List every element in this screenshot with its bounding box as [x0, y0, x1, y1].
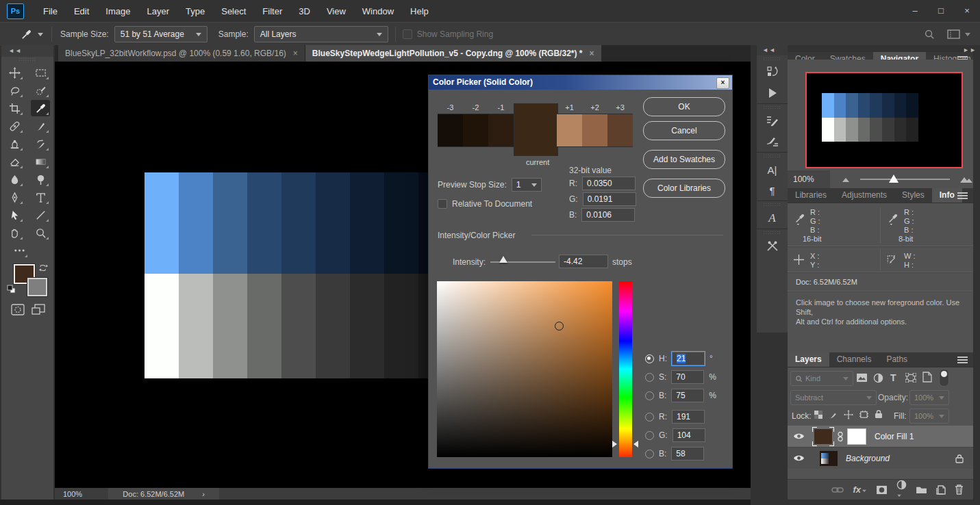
menu-item-3d[interactable]: 3D [290, 6, 318, 16]
clone-stamp-tool[interactable] [5, 135, 24, 152]
zoom-level[interactable]: 100% [63, 490, 82, 498]
h-field[interactable]: 21 [672, 352, 705, 365]
bit-depth-8[interactable]: 8-bit [899, 235, 913, 243]
r-radio[interactable] [645, 413, 654, 422]
opacity-dropdown[interactable]: 100% [909, 390, 949, 405]
hand-tool[interactable] [5, 224, 24, 241]
layer-thumbnail-background[interactable] [820, 451, 838, 466]
hue-arrow-left-icon[interactable] [612, 441, 617, 448]
dialog-title-bar[interactable]: Color Picker (Solid Color) [429, 75, 732, 90]
close-tab-icon[interactable]: × [293, 49, 298, 58]
menu-item-image[interactable]: Image [97, 6, 138, 16]
filter-pixel-layers-icon[interactable] [856, 373, 868, 383]
healing-brush-tool[interactable] [5, 118, 24, 134]
menu-item-select[interactable]: Select [213, 6, 254, 16]
edit-toolbar-ellipsis-icon[interactable] [10, 242, 29, 259]
layer-style-fx-icon[interactable]: fx [853, 484, 867, 495]
eyedropper-tool-active[interactable] [31, 100, 50, 116]
navigator-zoom-slider[interactable] [860, 179, 950, 180]
s-radio[interactable] [645, 373, 654, 382]
zoom-out-icon[interactable] [841, 176, 851, 183]
move-tool[interactable] [5, 64, 24, 81]
document-size-indicator[interactable]: Doc: 6.52M/6.52M› [108, 488, 219, 500]
color-picker-ring[interactable] [555, 322, 564, 331]
gradient-tool[interactable] [31, 153, 50, 170]
lock-transparency-icon[interactable] [814, 410, 823, 419]
filter-type-layers-icon[interactable]: T [890, 372, 896, 383]
collapse-panels-icon[interactable]: ◄◄ [757, 45, 788, 55]
intensity-field[interactable]: -4.42 [559, 255, 608, 268]
paragraph-panel-icon[interactable]: ¶ [757, 180, 788, 200]
navigator-proxy-view[interactable] [805, 72, 963, 168]
history-brush-tool[interactable] [31, 135, 50, 152]
navigator-zoom-thumb[interactable] [889, 174, 899, 183]
filter-smart-objects-icon[interactable] [922, 372, 932, 383]
document-tab-active[interactable]: BlueSkyStepWedgeLightPollution_v5 - Copy… [305, 45, 601, 62]
character-styles-panel-icon[interactable]: A [757, 208, 788, 229]
lock-position-icon[interactable] [844, 410, 853, 419]
menu-item-filter[interactable]: Filter [254, 6, 290, 16]
layer-thumbnail-color-fill[interactable] [814, 429, 832, 444]
panel-menu-icon[interactable] [957, 355, 968, 365]
blur-tool[interactable] [5, 171, 24, 187]
g32-field[interactable]: 0.0191 [583, 192, 636, 206]
menu-item-type[interactable]: Type [177, 6, 213, 16]
hue-arrow-right-icon[interactable] [633, 441, 638, 448]
blend-mode-dropdown[interactable]: Subtract [790, 390, 877, 405]
lock-all-icon[interactable] [875, 409, 883, 419]
show-sampling-ring-checkbox[interactable] [403, 29, 412, 39]
close-tab-icon[interactable]: × [589, 49, 594, 58]
fill-dropdown[interactable]: 100% [909, 409, 949, 424]
background-color-swatch[interactable] [27, 278, 47, 296]
r32-field[interactable]: 0.0350 [582, 177, 636, 190]
path-selection-tool[interactable] [5, 207, 24, 223]
sample-size-dropdown[interactable]: 51 by 51 Average [114, 26, 208, 42]
tab-adjustments[interactable]: Adjustments [834, 188, 894, 203]
collapse-tools-icon[interactable]: ◄◄ [1, 45, 53, 57]
panel-menu-icon[interactable] [957, 191, 968, 200]
new-layer-icon[interactable] [936, 485, 946, 495]
filter-shape-layers-icon[interactable] [905, 373, 916, 383]
brushes-panel-icon[interactable] [757, 131, 788, 152]
actions-panel-icon[interactable] [757, 83, 788, 103]
menu-item-help[interactable]: Help [402, 6, 437, 16]
lock-artboard-icon[interactable] [859, 410, 869, 419]
tab-channels[interactable]: Channels [829, 352, 879, 367]
saturation-brightness-field[interactable] [437, 281, 612, 457]
intensity-slider-thumb[interactable] [499, 256, 507, 263]
filter-adjustment-layers-icon[interactable] [873, 373, 883, 383]
layer-name[interactable]: Background [846, 454, 890, 463]
link-layers-icon[interactable] [831, 486, 844, 494]
crop-tool[interactable] [5, 100, 24, 116]
document-tab-inactive[interactable]: BlueSkyLP_32bitWorkflow.psd @ 100% (0.59… [58, 45, 305, 62]
g-field[interactable]: 104 [673, 428, 705, 442]
tab-styles[interactable]: Styles [894, 188, 932, 203]
tool-preset-chevron-icon[interactable] [38, 33, 43, 36]
eraser-tool[interactable] [5, 153, 24, 170]
menu-item-edit[interactable]: Edit [66, 6, 97, 16]
new-adjustment-layer-icon[interactable] [896, 480, 907, 500]
search-icon[interactable] [924, 29, 935, 40]
preview-stop-size-dropdown[interactable]: 1 [512, 178, 542, 192]
quick-selection-tool[interactable] [31, 82, 50, 99]
b2-radio[interactable] [645, 450, 654, 458]
minimize-button[interactable]: – [902, 5, 928, 16]
quick-mask-icon[interactable] [11, 304, 25, 315]
layer-filter-kind-dropdown[interactable]: Kind [790, 371, 853, 386]
sample-dropdown[interactable]: All Layers [254, 26, 388, 42]
dialog-close-icon[interactable]: × [716, 77, 729, 89]
color-libraries-button[interactable]: Color Libraries [643, 179, 725, 198]
menu-item-layer[interactable]: Layer [139, 6, 178, 16]
eyedropper-8bit-icon[interactable] [888, 213, 899, 225]
workspace-switcher-icon[interactable] [947, 29, 961, 40]
layer-row-color-fill[interactable]: Color Fill 1 [788, 426, 973, 447]
b-radio[interactable] [645, 391, 654, 400]
workspace-chevron-icon[interactable] [965, 33, 970, 36]
tab-paths[interactable]: Paths [879, 352, 915, 367]
layer-mask-thumbnail[interactable] [847, 428, 866, 445]
close-button[interactable]: × [954, 5, 980, 16]
menu-item-view[interactable]: View [318, 6, 354, 16]
marquee-tool[interactable] [31, 64, 50, 81]
maximize-button[interactable]: □ [928, 5, 954, 16]
layer-row-background[interactable]: Background [788, 447, 973, 469]
